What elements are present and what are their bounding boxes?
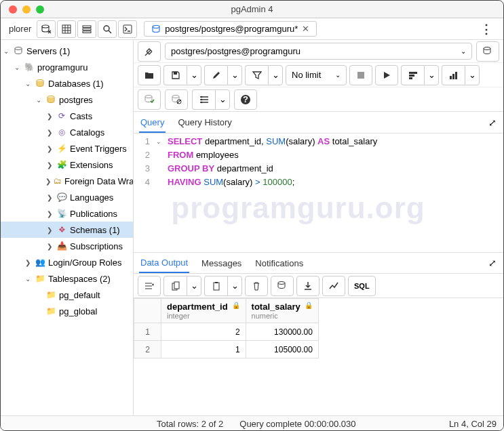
- svg-rect-22: [409, 77, 412, 79]
- tree-extensions[interactable]: ❯🧩Extensions: [1, 157, 133, 173]
- svg-point-12: [153, 25, 159, 28]
- copy-dropdown[interactable]: ⌄: [187, 276, 201, 296]
- svg-text:?: ?: [243, 94, 248, 104]
- tree-fdw[interactable]: ❯🗂Foreign Data Wrappers: [1, 173, 133, 189]
- svg-rect-6: [83, 26, 91, 28]
- svg-point-35: [200, 101, 202, 103]
- folder-icon: 📁: [45, 306, 56, 316]
- svg-rect-20: [409, 72, 417, 74]
- tree-casts[interactable]: ❯⟳Casts: [1, 108, 133, 124]
- trigger-icon: ⚡: [56, 143, 67, 154]
- column-header[interactable]: total_salarynumeric🔒: [246, 299, 318, 323]
- minimize-window-button[interactable]: [22, 5, 31, 14]
- query-tool-icon[interactable]: [37, 20, 56, 38]
- subscriptions-icon: 📥: [56, 241, 67, 251]
- help-button[interactable]: ?: [234, 89, 257, 110]
- macros-dropdown[interactable]: ⌄: [215, 89, 230, 110]
- svg-line-10: [109, 30, 111, 33]
- database-icon: [35, 78, 45, 89]
- filter-dropdown[interactable]: ⌄: [268, 65, 283, 85]
- svg-rect-25: [455, 72, 457, 79]
- catalogs-icon: ◎: [56, 127, 67, 138]
- tree-pgglobal[interactable]: 📁pg_global: [1, 303, 133, 319]
- new-connection-button[interactable]: [476, 41, 499, 62]
- paste-dropdown[interactable]: ⌄: [227, 276, 242, 296]
- schemas-icon: ❖: [56, 224, 67, 235]
- query-tab[interactable]: postgres/postgres@programguru* ✕: [144, 21, 317, 37]
- tree-tablespaces[interactable]: ⌄📁Tablespaces (2): [1, 270, 133, 287]
- stop-button[interactable]: [349, 65, 372, 85]
- paste-button[interactable]: [204, 276, 227, 296]
- close-window-button[interactable]: [9, 5, 17, 14]
- more-menu-icon[interactable]: ⋮: [473, 22, 499, 37]
- publications-icon: 📡: [56, 208, 67, 219]
- tree-publications[interactable]: ❯📡Publications: [1, 205, 133, 222]
- expand-icon[interactable]: ⤢: [488, 258, 497, 268]
- tree-server[interactable]: ⌄🐘programguru: [1, 59, 133, 75]
- tab-messages[interactable]: Messages: [200, 254, 243, 272]
- tree-pgdefault[interactable]: 📁pg_default: [1, 287, 133, 303]
- tab-close-icon[interactable]: ✕: [302, 24, 309, 34]
- connection-select[interactable]: postgres/postgres@programguru ⌄: [165, 43, 472, 60]
- svg-rect-45: [214, 283, 219, 290]
- roles-icon: 👥: [35, 257, 45, 268]
- tab-query[interactable]: Query: [139, 113, 166, 133]
- maximize-window-button[interactable]: [36, 5, 44, 14]
- tree-schemas[interactable]: ❯❖Schemas (1): [1, 222, 133, 238]
- save-dropdown[interactable]: ⌄: [187, 65, 201, 85]
- execute-button[interactable]: [375, 65, 398, 85]
- svg-rect-24: [452, 74, 454, 79]
- explain-analyze-button[interactable]: [442, 65, 465, 85]
- svg-rect-18: [174, 72, 177, 75]
- tree-eventtriggers[interactable]: ❯⚡Event Triggers: [1, 140, 133, 157]
- elephant-icon: 🐘: [24, 62, 35, 73]
- limit-select[interactable]: No limit⌄: [286, 65, 347, 85]
- view-data-icon[interactable]: [57, 20, 76, 38]
- tree-servers[interactable]: ⌄Servers (1): [1, 43, 133, 59]
- commit-button[interactable]: [138, 89, 161, 110]
- chevron-down-icon: ⌄: [461, 47, 466, 55]
- sql-view-button[interactable]: SQL: [348, 276, 376, 296]
- column-header[interactable]: department_idinteger🔒: [161, 299, 246, 323]
- add-row-button[interactable]: [138, 276, 161, 296]
- psql-icon[interactable]: [118, 20, 137, 38]
- connection-status-icon[interactable]: [138, 41, 161, 62]
- explain-analyze-dropdown[interactable]: ⌄: [465, 65, 480, 85]
- save-data-button[interactable]: [271, 276, 294, 296]
- tab-notifications[interactable]: Notifications: [254, 254, 305, 272]
- svg-point-34: [200, 98, 202, 100]
- tree-databases[interactable]: ⌄Databases (1): [1, 75, 133, 91]
- table-row[interactable]: 1 2 130000.00: [134, 323, 319, 341]
- filter-rows-icon[interactable]: [77, 20, 96, 38]
- tree-languages[interactable]: ❯💬Languages: [1, 189, 133, 205]
- window-title: pgAdmin 4: [231, 4, 273, 14]
- status-cursor-pos: Ln 4, Col 29: [449, 419, 497, 429]
- tree-loginroles[interactable]: ❯👥Login/Group Roles: [1, 254, 133, 270]
- tree-subscriptions[interactable]: ❯📥Subscriptions: [1, 238, 133, 254]
- svg-point-13: [15, 47, 22, 50]
- edit-dropdown[interactable]: ⌄: [227, 65, 242, 85]
- tab-data-output[interactable]: Data Output: [139, 253, 189, 273]
- filter-button[interactable]: [245, 65, 268, 85]
- delete-button[interactable]: [245, 276, 268, 296]
- download-button[interactable]: [296, 276, 319, 296]
- tree-db[interactable]: ⌄postgres: [1, 91, 133, 108]
- tab-query-history[interactable]: Query History: [176, 113, 233, 131]
- graph-button[interactable]: [322, 276, 345, 296]
- explain-dropdown[interactable]: ⌄: [424, 65, 439, 85]
- expand-icon[interactable]: ⤢: [488, 117, 497, 128]
- copy-button[interactable]: [163, 276, 187, 296]
- svg-point-0: [42, 25, 49, 28]
- svg-rect-8: [83, 31, 91, 33]
- edit-button[interactable]: [204, 65, 227, 85]
- result-grid[interactable]: department_idinteger🔒 total_salarynumeri…: [134, 298, 503, 415]
- macros-button[interactable]: [192, 89, 215, 110]
- table-row[interactable]: 2 1 105000.00: [134, 341, 319, 358]
- search-icon[interactable]: [98, 20, 117, 38]
- save-button[interactable]: [163, 65, 187, 85]
- open-file-button[interactable]: [138, 65, 161, 85]
- sql-editor[interactable]: 1234 ⌄ SELECT department_id, SUM(salary)…: [134, 134, 503, 252]
- rollback-button[interactable]: [165, 89, 188, 110]
- explain-button[interactable]: [401, 65, 424, 85]
- tree-catalogs[interactable]: ❯◎Catalogs: [1, 124, 133, 140]
